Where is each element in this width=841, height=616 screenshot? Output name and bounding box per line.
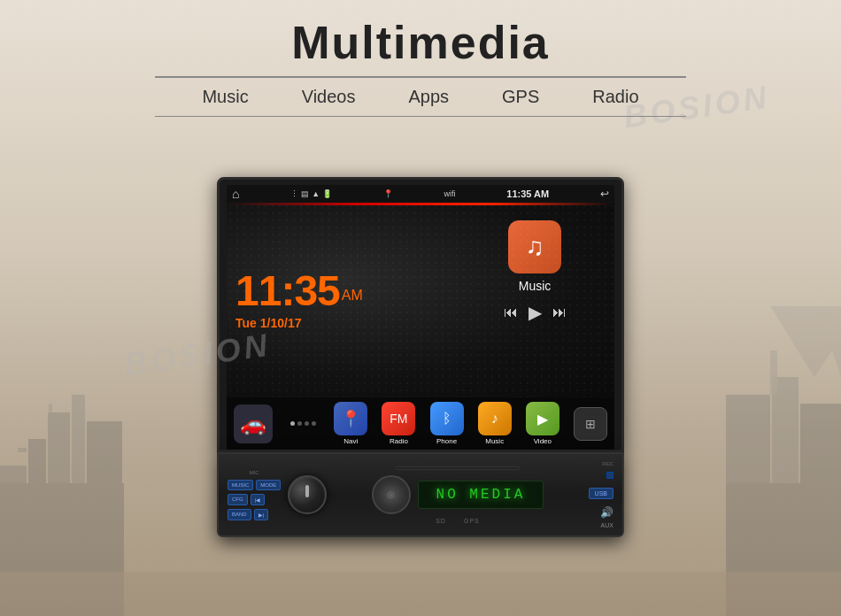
music-icon-large: ♫ [508, 220, 561, 273]
radio-bottom-buttons: CFG |◀ [228, 494, 281, 505]
svg-marker-12 [770, 306, 841, 377]
radio-label: Radio [390, 437, 408, 445]
gps-label: GPS [464, 518, 480, 524]
rec-indicator [606, 472, 613, 479]
music-controls: ⏮ ▶ ⏭ [504, 302, 567, 323]
navi-icon: 📍 [334, 402, 367, 435]
clock-date: Tue 1/10/17 [235, 316, 455, 330]
dot-1 [290, 421, 295, 426]
volume-knob[interactable] [288, 475, 327, 514]
clock-ampm: AM [342, 288, 363, 303]
car-shortcut[interactable]: 🚗 [234, 404, 273, 443]
music-label: Music [519, 279, 552, 293]
screen-status-bar: ⌂ ⋮ ▤ ▲ 🔋 📍 wifi 11:35 AM ↩ [227, 185, 614, 203]
wifi-icon: wifi [444, 189, 456, 198]
device: ⌂ ⋮ ▤ ▲ 🔋 📍 wifi 11:35 AM ↩ 11:35AM Tue … [217, 177, 624, 537]
screen-music-area: ♫ Music ⏮ ▶ ⏭ [464, 212, 606, 389]
nav-item-apps[interactable]: Apps [408, 87, 449, 107]
nav-menu: Music Videos Apps GPS Radio [0, 87, 841, 107]
video-label: Video [534, 437, 552, 445]
app-navi[interactable]: 📍 Navi [334, 402, 367, 445]
divider-top [155, 76, 686, 78]
sd-label: SD [436, 518, 446, 524]
nav-item-music[interactable]: Music [202, 87, 248, 107]
radio-top-buttons: MUSIC MODE [228, 480, 281, 490]
page-title: Multimedia [0, 16, 841, 69]
image-icon: ▤ [301, 189, 309, 198]
top-section: Multimedia Music Videos Apps GPS Radio [0, 0, 841, 117]
app-music[interactable]: ♪ Music [478, 402, 512, 445]
usb-button[interactable]: USB [589, 488, 613, 499]
svg-rect-14 [0, 572, 841, 616]
music-button[interactable]: MUSIC [228, 480, 253, 490]
clock-display: 11:35AM [235, 270, 455, 312]
status-time: 11:35 AM [506, 189, 549, 199]
cfg-button[interactable]: CFG [228, 494, 248, 505]
divider-bottom [155, 116, 686, 118]
app-radio[interactable]: FM Radio [382, 402, 415, 445]
nav-item-videos[interactable]: Videos [302, 87, 356, 107]
home-icon[interactable]: ⌂ [232, 187, 239, 201]
radio-logo: ◎ [372, 475, 411, 514]
play-button[interactable]: ▶ [529, 302, 542, 323]
speaker-icon: 🔊 [600, 506, 613, 519]
music-note-icon: ♫ [526, 233, 544, 261]
device-screen: ⌂ ⋮ ▤ ▲ 🔋 📍 wifi 11:35 AM ↩ 11:35AM Tue … [217, 177, 624, 452]
rec-label: REC [602, 461, 613, 466]
phone-label: Phone [436, 437, 457, 445]
screen-main: 11:35AM Tue 1/10/17 ♫ Music ⏮ ▶ ⏭ [227, 203, 614, 397]
svg-rect-6 [18, 448, 27, 452]
radio-center: ◎ NO MEDIA SD GPS [334, 466, 581, 524]
radio-app-icon: FM [382, 402, 415, 435]
prev-button[interactable]: ⏮ [504, 304, 518, 320]
bluetooth-icon: ᛒ [430, 402, 464, 435]
dot-2 [297, 421, 302, 426]
radio-unit: MIC MUSIC MODE CFG |◀ BAND ▶| ◎ N [217, 452, 624, 537]
music-app-label: Music [485, 437, 504, 445]
screen-clock-area: 11:35AM Tue 1/10/17 [235, 212, 455, 389]
clock-time: 11:35 [235, 267, 340, 314]
dot-4 [312, 421, 316, 426]
screen-appbar: 🚗 📍 Navi FM Radio ᛒ Phone [227, 397, 614, 450]
radio-right-controls: REC USB 🔊 AUX [589, 461, 613, 528]
nav-item-radio[interactable]: Radio [592, 87, 638, 107]
radio-bottom-labels: SD GPS [436, 518, 480, 524]
next-button-unit[interactable]: ▶| [254, 509, 269, 520]
cd-slot [396, 466, 520, 470]
grid-icon: ⊞ [574, 407, 607, 441]
video-icon: ▶ [526, 402, 559, 435]
app-dots [287, 421, 320, 426]
menu-icon: ⋮ [290, 189, 298, 198]
band-button-skip[interactable]: |◀ [251, 494, 266, 505]
logo-icon: ◎ [387, 489, 395, 499]
nav-item-gps[interactable]: GPS [502, 87, 539, 107]
band-button[interactable]: BAND [228, 509, 251, 520]
next-button[interactable]: ⏭ [552, 304, 567, 320]
status-icons: ⋮ ▤ ▲ 🔋 [290, 189, 332, 198]
app-phone[interactable]: ᛒ Phone [430, 402, 464, 445]
dot-3 [305, 421, 309, 426]
app-grid[interactable]: ⊞ [574, 407, 607, 441]
app-video[interactable]: ▶ Video [526, 402, 559, 445]
radio-left-controls: MIC MUSIC MODE CFG |◀ BAND ▶| [228, 470, 281, 520]
no-media-display: NO MEDIA [418, 481, 544, 509]
aux-label: AUX [601, 522, 613, 528]
location-icon: 📍 [383, 189, 393, 198]
battery-icon: 🔋 [322, 189, 332, 198]
signal-icon: ▲ [312, 189, 320, 198]
svg-rect-7 [49, 404, 52, 412]
music-app-icon: ♪ [478, 402, 512, 435]
radio-third-row: BAND ▶| [228, 509, 281, 520]
mode-button[interactable]: MODE [256, 480, 281, 490]
navi-label: Navi [343, 437, 358, 445]
car-icon: 🚗 [240, 412, 266, 436]
back-icon[interactable]: ↩ [600, 188, 609, 200]
svg-rect-13 [770, 350, 777, 395]
